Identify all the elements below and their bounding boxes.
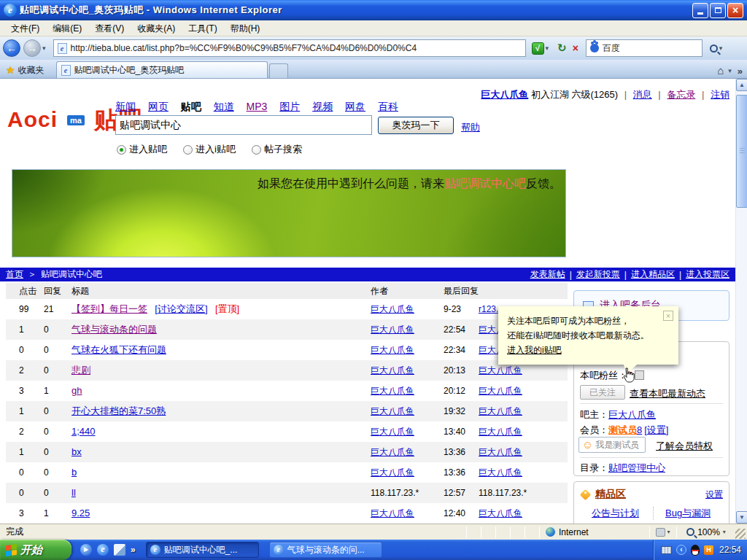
help-link[interactable]: 帮助 [461, 121, 480, 134]
security-shield-icon[interactable]: √ [532, 42, 544, 55]
nav-news[interactable]: 新闻 [115, 101, 136, 112]
member-count-link[interactable]: 8 [637, 424, 642, 435]
last-reply-link[interactable]: 巨大八爪鱼 [479, 427, 522, 437]
scroll-up-button[interactable]: ▲ [736, 79, 747, 91]
nav-web[interactable]: 网页 [148, 101, 169, 112]
resize-grip[interactable] [735, 529, 746, 539]
phishing-filter-button[interactable]: ▾ [650, 528, 676, 537]
start-button[interactable]: 开始 [0, 540, 71, 560]
thread-title-link[interactable]: 气球与滚动条的问题 [71, 324, 157, 335]
thread-title-link[interactable]: ll [71, 487, 76, 498]
address-field[interactable]: e http://tieba.blue.cat/list.php?b=%CC%F… [53, 39, 526, 57]
last-reply-link[interactable]: 巨大八爪鱼 [479, 508, 522, 518]
refresh-button[interactable]: ↻ [557, 42, 567, 55]
close-button[interactable]: × [727, 3, 743, 18]
nav-mp3[interactable]: MP3 [247, 101, 268, 112]
thread-title-link[interactable]: 开心大排档的菜7:50熟 [71, 405, 166, 416]
taskbar-button-other[interactable]: e 气球与滚动条的问... [269, 542, 382, 558]
author-link[interactable]: 巨大八爪鱼 [371, 324, 414, 335]
vertical-scrollbar[interactable]: ▲ ▼ [735, 79, 747, 524]
forward-button[interactable]: → [23, 39, 41, 57]
thread-title-link[interactable]: 9.25 [71, 508, 90, 518]
orange-app-tray-icon[interactable]: H [704, 545, 713, 555]
author-link[interactable]: 巨大八爪鱼 [371, 304, 414, 314]
my-itieba-link[interactable]: 进入我的i贴吧 [507, 345, 562, 355]
post-new-link[interactable]: 发表新帖 [530, 268, 565, 281]
keyboard-tray-icon[interactable] [661, 546, 672, 554]
restore-button[interactable] [710, 3, 726, 18]
home-icon[interactable]: ⌂ [717, 63, 724, 78]
memo-link[interactable]: 备忘录 [667, 89, 695, 100]
search-go-button[interactable]: 奥茨玛一下 [378, 117, 454, 134]
taskbar-button-current[interactable]: e 贴吧调试中心吧_... [146, 542, 259, 558]
minimize-button[interactable] [692, 3, 708, 18]
author-link[interactable]: 巨大八爪鱼 [371, 447, 414, 457]
author-link[interactable]: 巨大八爪鱼 [371, 386, 414, 396]
latest-updates-link[interactable]: 查看本吧最新动态 [630, 387, 705, 400]
followed-button[interactable]: 已关注 [580, 385, 625, 400]
thread-category-tag[interactable]: [讨论交流区] [155, 303, 207, 314]
stop-button[interactable]: × [573, 42, 578, 54]
last-reply-link[interactable]: 巨大八爪鱼 [479, 467, 522, 478]
radio-enter-itieba[interactable]: 进入i贴吧 [183, 143, 236, 156]
scrollbar-thumb[interactable] [736, 95, 747, 208]
last-reply-link[interactable]: 巨大八爪鱼 [479, 406, 522, 416]
member-privileges-link[interactable]: 了解会员特权 [656, 440, 713, 453]
menu-favorites[interactable]: 收藏夹(A) [131, 20, 182, 36]
zoom-control[interactable]: 100% ▾ [677, 527, 735, 537]
favorites-button[interactable]: ★ 收藏夹 [0, 62, 50, 78]
featured-link[interactable]: 公告与计划 [592, 508, 639, 518]
member-settings-link[interactable]: [设置] [644, 424, 668, 435]
author-link[interactable]: 巨大八爪鱼 [371, 406, 414, 416]
back-button[interactable]: ← [3, 39, 20, 57]
qq-penguin-icon[interactable] [691, 545, 700, 556]
member-name-link[interactable]: 测试员 [608, 424, 637, 435]
menu-file[interactable]: 文件(F) [4, 20, 46, 36]
last-reply-link[interactable]: 巨大八爪鱼 [479, 447, 522, 457]
show-desktop-icon[interactable] [114, 544, 125, 556]
featured-settings-link[interactable]: 设置 [705, 489, 723, 501]
author-link[interactable]: 巨大八爪鱼 [371, 365, 414, 376]
thread-title-link[interactable]: 【签到】每日一签 [71, 303, 147, 314]
messages-link[interactable]: 消息 [633, 89, 652, 100]
nav-tieba-current[interactable]: 贴吧 [181, 101, 201, 112]
author-link[interactable]: 巨大八爪鱼 [371, 345, 414, 355]
thread-title-link[interactable]: bx [71, 446, 82, 457]
shield-dropdown-icon[interactable]: ▾ [546, 44, 549, 52]
search-dropdown-icon[interactable]: ▾ [719, 44, 723, 52]
author-link[interactable]: 巨大八爪鱼 [371, 467, 414, 478]
tieba-search-input[interactable] [115, 115, 372, 135]
thread-title-link[interactable]: b [71, 467, 77, 478]
enter-featured-link[interactable]: 进入精品区 [631, 268, 675, 281]
enter-vote-link[interactable]: 进入投票区 [686, 268, 729, 281]
media-player-icon[interactable]: ▶ [80, 544, 92, 556]
logout-link[interactable]: 注销 [711, 89, 729, 100]
member-identity-button[interactable]: ☺ 我是测试员 [578, 437, 646, 453]
language-bar-icon[interactable]: ‹ [676, 545, 686, 555]
author-link[interactable]: 巨大八爪鱼 [371, 508, 414, 518]
author-link[interactable]: 巨大八爪鱼 [371, 427, 414, 437]
thread-title-link[interactable]: 悲剧 [71, 365, 90, 376]
scroll-down-button[interactable]: ▼ [736, 511, 747, 524]
menu-view[interactable]: 查看(V) [88, 20, 131, 36]
menu-edit[interactable]: 编辑(E) [46, 20, 88, 36]
radio-enter-tieba[interactable]: 进入贴吧 [117, 143, 167, 156]
tab-current[interactable]: e 贴吧调试中心吧_奥茨玛贴吧 [56, 61, 268, 78]
thread-title-link[interactable]: gh [71, 385, 82, 396]
tooltip-close-icon[interactable]: × [663, 311, 673, 321]
menu-help[interactable]: 帮助(H) [224, 20, 267, 36]
last-reply-link[interactable]: 巨大八爪鱼 [479, 386, 522, 396]
featured-title-link[interactable]: 精品区 [595, 488, 626, 501]
toolbar-overflow-icon[interactable]: » [738, 66, 743, 77]
nav-netdisk[interactable]: 网盘 [345, 101, 365, 112]
thread-title-link[interactable]: 气球在火狐下还有问题 [71, 344, 166, 355]
nav-baike[interactable]: 百科 [378, 101, 398, 112]
web-search-box[interactable]: 百度 [586, 39, 703, 57]
username-link[interactable]: 巨大八爪鱼 [481, 89, 528, 100]
owner-link[interactable]: 巨大八爪鱼 [608, 409, 656, 420]
last-reply-link[interactable]: 巨大八爪鱼 [479, 365, 522, 376]
featured-link[interactable]: Bug与漏洞 [665, 508, 711, 518]
breadcrumb-home-link[interactable]: 首页 [6, 268, 23, 281]
new-tab-stub[interactable] [269, 63, 288, 78]
quicklaunch-overflow-icon[interactable]: » [131, 545, 136, 555]
